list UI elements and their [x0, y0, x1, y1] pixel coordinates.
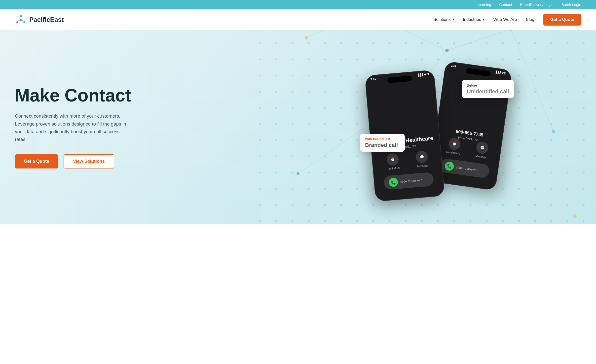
nav-get-quote-button[interactable]: Get a Quote: [543, 14, 581, 26]
logo-area[interactable]: PacificEast: [15, 14, 64, 26]
badge-before-value: Unidentified call: [467, 88, 509, 95]
phone-back-answer-icon: 📞: [444, 161, 454, 171]
nav-industries[interactable]: Industries ▾: [463, 17, 484, 22]
phone-front-remind-btn: ⏰ Remind Me: [385, 153, 401, 170]
nav-links: Solutions ▾ Industries ▾ Who We Are Blog…: [433, 14, 581, 26]
phone-front-slide: 📞 slide to answer: [383, 172, 434, 190]
phone-back-slide: 📞 slide to answer: [439, 158, 490, 179]
hero-title: Make Contact: [15, 86, 131, 105]
phones-container: 9:41 ▐▐▐ ◀ ⊡ 800-655-7745 New York, NY ⏰…: [345, 53, 519, 201]
hero-description: Connect consistently with more of your c…: [15, 112, 129, 143]
svg-point-1: [16, 21, 18, 23]
phone-front-remind-icon: ⏰: [386, 153, 399, 166]
topbar-batch-login-link[interactable]: Batch Login: [561, 2, 581, 7]
nav-who-we-are[interactable]: Who We Are: [493, 17, 517, 22]
phone-back-remind-btn: ⏰ Remind Me: [446, 137, 462, 155]
top-bar: Learning Contact BrandDelivery Login Bat…: [0, 0, 596, 9]
nav-solutions[interactable]: Solutions ▾: [433, 17, 454, 22]
hero-buttons: Get a Quote View Solutions: [15, 154, 131, 168]
logo-icon: [15, 14, 27, 26]
phone-front-message-icon: 💬: [415, 150, 428, 163]
topbar-branddelivery-link[interactable]: BrandDelivery Login: [520, 2, 554, 7]
logo-text: PacificEast: [29, 16, 64, 24]
topbar-learning-link[interactable]: Learning: [477, 2, 491, 7]
hero-visual: 9:41 ▐▐▐ ◀ ⊡ 800-655-7745 New York, NY ⏰…: [268, 30, 596, 224]
phone-front-answer-icon: 📞: [389, 177, 398, 187]
main-nav: PacificEast Solutions ▾ Industries ▾ Who…: [0, 9, 596, 30]
hero-content: Make Contact Connect consistently with m…: [15, 86, 131, 168]
hero-section: Make Contact Connect consistently with m…: [0, 30, 596, 224]
badge-with-value: Branded call: [365, 142, 400, 148]
phone-front-actions: ⏰ Remind Me 💬 Message: [372, 149, 442, 172]
phone-back-message-icon: 💬: [476, 141, 489, 154]
badge-with-label: With PacificEast: [365, 137, 400, 141]
topbar-contact-link[interactable]: Contact: [499, 2, 512, 7]
nav-blog[interactable]: Blog: [526, 17, 534, 22]
phone-back-message-btn: 💬 Message: [475, 141, 489, 159]
solutions-chevron-icon: ▾: [452, 18, 454, 21]
badge-with: With PacificEast Branded call: [360, 134, 405, 152]
badge-before-label: Before: [467, 83, 509, 87]
svg-point-2: [23, 21, 25, 23]
phone-front-message-btn: 💬 Message: [415, 150, 429, 168]
svg-point-0: [20, 15, 22, 17]
industries-chevron-icon: ▾: [483, 18, 484, 21]
badge-before: Before Unidentified call: [462, 80, 514, 98]
phone-back-remind-icon: ⏰: [448, 137, 461, 151]
hero-get-quote-button[interactable]: Get a Quote: [15, 154, 58, 168]
hero-view-solutions-button[interactable]: View Solutions: [64, 154, 114, 168]
